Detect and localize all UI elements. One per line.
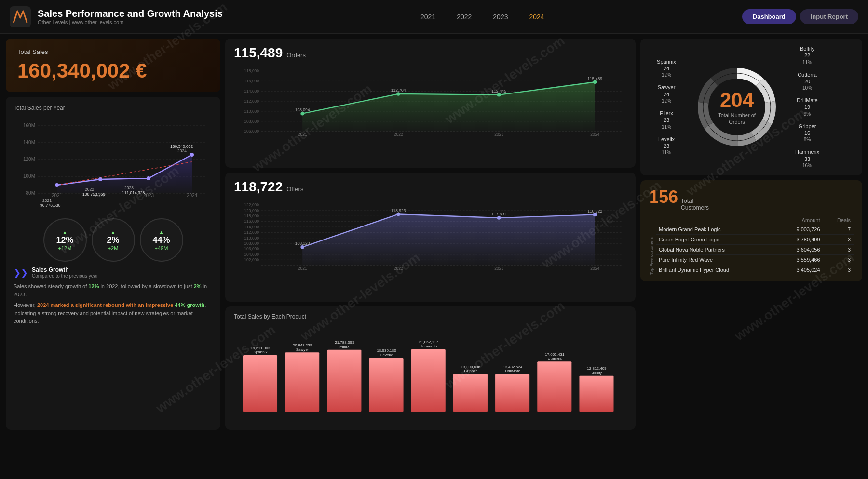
svg-text:Plierx: Plierx (339, 345, 349, 349)
svg-text:140M: 140M (23, 140, 35, 145)
left-column: Total Sales 160,340,002 € Total Sales pe… (6, 39, 220, 430)
svg-text:122,000: 122,000 (244, 202, 259, 207)
svg-point-82 (497, 216, 501, 220)
svg-text:118,722: 118,722 (587, 209, 602, 213)
svg-text:Spannix: Spannix (253, 350, 267, 354)
svg-text:111,014,328: 111,014,328 (122, 190, 145, 195)
svg-text:120,000: 120,000 (244, 208, 259, 213)
year-btn-2021[interactable]: 2021 (412, 10, 444, 24)
customer-amount: 3,604,056 (776, 244, 823, 254)
growth-abs-2: +2M (108, 245, 119, 251)
svg-text:19,611,903: 19,611,903 (251, 346, 271, 350)
svg-text:102,000: 102,000 (244, 257, 259, 262)
svg-rect-110 (495, 374, 529, 412)
svg-text:108,000: 108,000 (244, 119, 259, 124)
svg-text:2024: 2024 (177, 148, 187, 153)
bar-chart-card: Total Sales by Each Product Spannix 19,6… (225, 306, 636, 430)
dashboard-nav-button[interactable]: Dashboard (742, 9, 796, 24)
svg-text:108,000: 108,000 (244, 241, 259, 246)
svg-rect-92 (243, 355, 277, 412)
svg-text:118,000: 118,000 (244, 68, 259, 73)
svg-text:115,489: 115,489 (587, 76, 602, 81)
sales-per-year-title: Total Sales per Year (14, 105, 213, 111)
svg-rect-104 (411, 349, 446, 412)
svg-text:18,935,180: 18,935,180 (377, 348, 396, 353)
svg-rect-113 (537, 361, 571, 412)
svg-point-15 (147, 176, 150, 180)
svg-text:13,432,524: 13,432,524 (503, 365, 523, 369)
table-row: Green Bright Green Logic 3,780,499 3 (656, 234, 854, 244)
svg-rect-116 (579, 376, 613, 412)
customers-label: TotalCustomers (681, 198, 709, 211)
svg-point-83 (593, 213, 597, 217)
svg-text:108,120: 108,120 (295, 241, 310, 246)
svg-text:104,000: 104,000 (244, 252, 259, 257)
growth-circle-44: ▲ 44% +49M (140, 218, 183, 262)
header: Sales Performance and Growth Analysis Ot… (0, 0, 868, 34)
customers-table: Amount Deals Modern Grand Peak Logic 9,0… (656, 216, 854, 275)
svg-text:2021: 2021 (298, 132, 307, 137)
svg-text:2024: 2024 (187, 193, 198, 198)
svg-point-80 (300, 245, 304, 249)
growth-pct-44: 44% (152, 235, 170, 245)
growth-abs-44: +49M (155, 245, 168, 251)
col-deals-header: Deals (823, 216, 854, 225)
header-left: Sales Performance and Growth Analysis Ot… (10, 6, 223, 27)
donut-item-spannix: Spannix 24 12% (647, 58, 686, 79)
svg-text:160M: 160M (23, 123, 35, 128)
svg-point-46 (497, 93, 501, 97)
donut-item-gripper: Gripper 16 8% (788, 123, 827, 143)
svg-text:2022: 2022 (85, 187, 94, 192)
customer-deals: 3 (823, 244, 854, 254)
offers-label: Offers (286, 186, 303, 193)
sales-growth-title: Sales Growth (32, 266, 98, 273)
svg-text:112,704: 112,704 (391, 88, 406, 93)
table-row: Pure Infinity Red Wave 3,559,466 3 (656, 254, 854, 265)
svg-text:118,923: 118,923 (391, 208, 406, 213)
donut-item-hammerix: Hammerix 33 16% (788, 148, 827, 169)
customers-card: 156 TotalCustomers Top Five customers Am… (640, 180, 862, 281)
svg-text:96,776,538: 96,776,538 (40, 203, 61, 208)
svg-rect-101 (369, 358, 404, 412)
svg-text:2022: 2022 (394, 266, 403, 271)
svg-text:Gripper: Gripper (464, 369, 477, 373)
input-report-nav-button[interactable]: Input Report (800, 9, 858, 24)
year-btn-2024[interactable]: 2024 (520, 10, 553, 24)
svg-text:100M: 100M (23, 173, 35, 179)
growth-section: ▲ 12% +12M ▲ 2% +2M ▲ 44% +49M (14, 218, 213, 262)
orders-value: 115,489 (234, 45, 283, 61)
growth-circle-2: ▲ 2% +2M (92, 218, 135, 262)
svg-text:106,000: 106,000 (244, 129, 259, 133)
customer-name: Brilliant Dynamic Hyper Cloud (656, 265, 776, 275)
svg-text:120M: 120M (23, 157, 35, 162)
svg-text:2021: 2021 (42, 198, 52, 203)
donut-center: 204 Total Number of Orders (718, 89, 756, 126)
growth-abs-12: +12M (58, 245, 72, 251)
donut-total: 204 (718, 89, 756, 112)
svg-text:2023: 2023 (124, 186, 134, 190)
sales-growth-legend: ❯❯ Sales Growth Compared to the previous… (14, 266, 213, 279)
customer-deals: 7 (823, 225, 854, 235)
svg-text:Sawyer: Sawyer (296, 347, 309, 352)
customer-name: Pure Infinity Red Wave (656, 254, 776, 265)
svg-text:112,000: 112,000 (244, 99, 259, 104)
customer-amount: 3,405,024 (776, 265, 823, 275)
svg-marker-43 (302, 82, 595, 131)
growth-pct-2: 2% (107, 235, 119, 245)
growth-pct-12: 12% (56, 235, 73, 245)
svg-text:2024: 2024 (590, 266, 599, 271)
donut-item-boltify: Boltify 22 11% (788, 45, 827, 66)
chevron-icon: ❯❯ (14, 267, 28, 278)
offers-chart: 122,000 120,000 118,000 116,000 114,000 … (234, 199, 627, 273)
svg-point-13 (55, 183, 59, 187)
svg-text:106,000: 106,000 (244, 246, 259, 251)
svg-text:80M: 80M (26, 190, 35, 196)
donut-item-drillmate: DrillMate 19 9% (788, 97, 827, 117)
year-btn-2022[interactable]: 2022 (448, 10, 480, 24)
offers-card: 118,722 Offers 122,000 120,000 (225, 173, 636, 302)
svg-text:21,788,393: 21,788,393 (335, 340, 354, 345)
year-btn-2023[interactable]: 2023 (484, 10, 516, 24)
year-selector: 2021 2022 2023 2024 (412, 10, 553, 24)
customers-count: 156 (649, 187, 678, 207)
orders-card: 115,489 Orders 118,000 116,000 114,000 1… (225, 39, 636, 168)
